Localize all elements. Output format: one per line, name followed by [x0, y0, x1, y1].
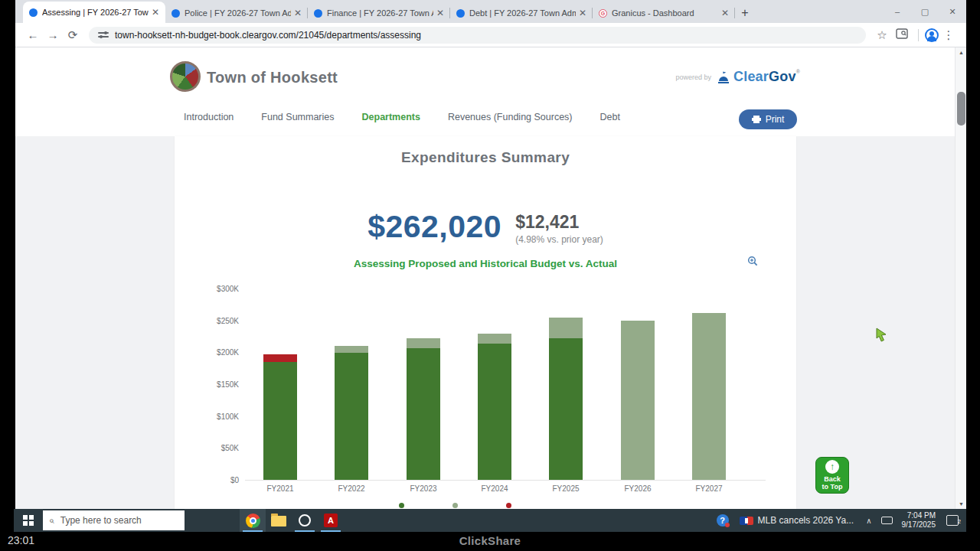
bar-FY2027-budget_remainder[interactable]: [692, 313, 726, 480]
bar-FY2024-actual[interactable]: [478, 344, 511, 480]
bar-FY2022-budget_remainder[interactable]: [335, 346, 368, 353]
address-bar[interactable]: town-hooksett-nh-budget-book.cleargov.co…: [89, 27, 866, 44]
taskbar-time: 7:04 PM: [902, 511, 936, 520]
x-axis-label: FY2021: [266, 484, 293, 493]
change-note: (4.98% vs. prior year): [515, 234, 603, 245]
bar-FY2025-budget_remainder[interactable]: [549, 318, 583, 338]
nav-item-fund-summaries[interactable]: Fund Summaries: [261, 112, 334, 124]
folder-icon: [271, 516, 286, 527]
browser-tab-4[interactable]: GGranicus - Dashboard✕: [593, 3, 735, 23]
tray-device-icon[interactable]: [881, 517, 893, 524]
tab-title: Police | FY 2026-27 Town Admi: [185, 8, 291, 18]
reload-icon[interactable]: ⟳: [63, 28, 83, 42]
total-expenditure: $262,020: [368, 211, 501, 243]
y-axis-tick: $200K: [208, 348, 239, 357]
tab-close-icon[interactable]: ✕: [721, 8, 729, 18]
town-seal-logo: [170, 61, 201, 92]
browser-tab-1[interactable]: Police | FY 2026-27 Town Admi✕: [165, 3, 308, 23]
tab-title: Finance | FY 2026-27 Town Adm: [327, 8, 433, 18]
scroll-down-arrow[interactable]: ▼: [956, 499, 966, 509]
site-info-icon[interactable]: [98, 31, 109, 39]
taskbar-chrome[interactable]: [240, 509, 266, 532]
menu-dots-icon[interactable]: ⋮: [939, 28, 959, 42]
card-heading: Expenditures Summary: [175, 149, 796, 166]
taskbar-file-explorer[interactable]: [266, 509, 292, 532]
tab-close-icon[interactable]: ✕: [436, 8, 444, 18]
side-panel-icon[interactable]: [892, 28, 912, 42]
tab-title: Assessing | FY 2026-27 Town A: [42, 8, 149, 17]
news-widget[interactable]: MLB cancels 2026 Ya...: [758, 515, 854, 526]
acrobat-icon: A: [324, 514, 338, 527]
search-placeholder: Type here to search: [60, 515, 142, 526]
bar-FY2025-actual[interactable]: [549, 338, 583, 480]
tab-close-icon[interactable]: ✕: [294, 8, 302, 18]
help-icon[interactable]: ?: [717, 514, 729, 527]
chrome-icon: [246, 514, 260, 528]
scroll-up-arrow[interactable]: ▲: [956, 47, 966, 57]
nav-item-debt[interactable]: Debt: [600, 112, 620, 124]
bar-FY2021-over_budget[interactable]: [263, 354, 297, 362]
site-title: Town of Hooksett: [207, 69, 338, 86]
print-button[interactable]: Print: [739, 109, 797, 129]
nav-item-departments[interactable]: Departments: [362, 112, 420, 124]
y-axis-tick: $250K: [208, 317, 239, 325]
x-axis-label: FY2023: [410, 484, 436, 493]
bar-FY2026-budget_remainder[interactable]: [621, 321, 655, 480]
tab-close-icon[interactable]: ✕: [579, 8, 586, 18]
bookmark-star-icon[interactable]: ☆: [872, 28, 892, 42]
bar-FY2021-actual[interactable]: [263, 362, 297, 480]
back-to-top-button[interactable]: ↑ Back to Top: [815, 457, 849, 494]
scrollbar[interactable]: ▲ ▼: [955, 47, 966, 509]
nav-item-introduction[interactable]: Introduction: [184, 112, 234, 124]
tab-favicon: [456, 9, 465, 18]
profile-avatar[interactable]: [925, 28, 939, 42]
tab-strip: Assessing | FY 2026-27 Town A✕Police | F…: [15, 0, 966, 23]
taskbar-circle-app[interactable]: [292, 509, 318, 532]
taskbar-date: 9/17/2025: [902, 520, 936, 530]
back-icon[interactable]: ←: [23, 28, 43, 41]
close-button[interactable]: ✕: [939, 7, 966, 17]
chart-x-axis-line: [245, 480, 766, 481]
bar-FY2024-budget_remainder[interactable]: [478, 334, 511, 344]
tab-favicon: G: [599, 9, 607, 18]
tab-close-icon[interactable]: ✕: [152, 8, 159, 17]
capture-letterbox: 23:01 ClickShare: [0, 532, 980, 551]
legend-dot: [452, 503, 458, 508]
notification-center-icon[interactable]: 2: [946, 515, 959, 526]
browser-tab-3[interactable]: Debt | FY 2026-27 Town Admi✕: [450, 3, 593, 23]
system-tray: ? MLB cancels 2026 Ya... ∧ 7:04 PM 9/17/…: [717, 509, 966, 532]
screen: Assessing | FY 2026-27 Town A✕Police | F…: [0, 0, 980, 551]
site-header: Town of Hooksett powered by ClearGov® In…: [15, 47, 955, 136]
scrollbar-thumb[interactable]: [957, 92, 965, 126]
powered-by-label: powered by: [675, 73, 711, 81]
taskbar-search[interactable]: ⌕ Type here to search: [43, 510, 185, 530]
x-axis-label: FY2025: [552, 484, 579, 493]
window-controls: – ▢ ✕: [884, 0, 966, 23]
powered-by: powered by ClearGov®: [675, 69, 800, 85]
cleargov-capitol-icon: [716, 70, 731, 84]
maximize-button[interactable]: ▢: [911, 7, 939, 17]
taskbar-acrobat[interactable]: A: [318, 509, 344, 532]
legend-dot: [506, 503, 511, 508]
tab-title: Granicus - Dashboard: [612, 8, 718, 18]
minimize-button[interactable]: –: [884, 7, 911, 16]
up-arrow-icon: ↑: [825, 460, 839, 474]
legend-dot: [399, 503, 404, 508]
tab-favicon: [172, 9, 180, 18]
expenditures-card: Expenditures Summary $262,020 $12,421 (4…: [175, 136, 796, 509]
tab-favicon: [314, 9, 322, 18]
new-tab-button[interactable]: +: [735, 3, 755, 23]
bar-FY2023-budget_remainder[interactable]: [407, 338, 440, 348]
forward-icon[interactable]: →: [43, 28, 63, 41]
start-button[interactable]: [14, 509, 43, 532]
hidden-icons-chevron[interactable]: ∧: [866, 517, 871, 525]
bar-FY2023-actual[interactable]: [407, 348, 440, 480]
chart-zoom-icon[interactable]: [747, 256, 758, 266]
taskbar-clock[interactable]: 7:04 PM 9/17/2025: [902, 511, 936, 530]
browser-tab-2[interactable]: Finance | FY 2026-27 Town Adm✕: [308, 3, 450, 23]
chart-title: Assessing Proposed and Historical Budget…: [175, 258, 796, 269]
windows-logo-icon: [23, 515, 34, 526]
bar-FY2022-actual[interactable]: [335, 353, 368, 480]
nav-item-revenues-funding-sources-[interactable]: Revenues (Funding Sources): [448, 112, 573, 124]
browser-tab-0[interactable]: Assessing | FY 2026-27 Town A✕: [23, 2, 165, 23]
